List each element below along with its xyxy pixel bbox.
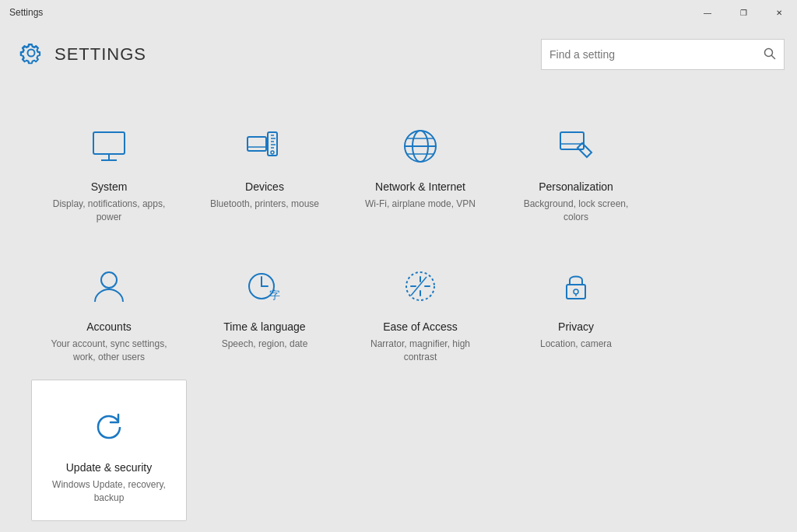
svg-point-27: [574, 289, 578, 294]
accounts-desc: Your account, sync settings, work, other…: [44, 338, 174, 364]
search-box[interactable]: [541, 39, 785, 70]
system-icon: [86, 123, 132, 170]
settings-item-ease[interactable]: Ease of Access Narrator, magnifier, high…: [342, 240, 498, 380]
ease-icon: [397, 263, 444, 310]
settings-item-network[interactable]: Network & Internet Wi-Fi, airplane mode,…: [342, 100, 498, 240]
svg-text:字: 字: [269, 289, 280, 301]
update-desc: Windows Update, recovery, backup: [44, 478, 174, 505]
header-left: SETTINGS: [19, 40, 146, 68]
personalization-title: Personalization: [539, 180, 613, 193]
search-input[interactable]: [549, 48, 764, 61]
svg-rect-2: [93, 132, 125, 154]
personalization-icon: [553, 123, 599, 170]
svg-point-22: [101, 272, 117, 288]
title-bar-controls: — ❐ ✕: [690, 0, 797, 25]
personalization-desc: Background, lock screen, colors: [511, 198, 641, 224]
settings-main: System Display, notifications, apps, pow…: [0, 84, 797, 532]
settings-item-time[interactable]: 字 Time & language Speech, region, date: [187, 240, 342, 380]
close-button[interactable]: ✕: [761, 0, 797, 25]
network-icon: [397, 123, 444, 170]
title-bar: Settings — ❐ ✕: [0, 0, 797, 25]
search-icon: [764, 47, 776, 62]
ease-title: Ease of Access: [383, 320, 458, 333]
title-bar-title: Settings: [9, 7, 43, 18]
settings-item-personalization[interactable]: Personalization Background, lock screen,…: [498, 100, 654, 240]
maximize-button[interactable]: ❐: [725, 0, 761, 25]
title-bar-left: Settings: [9, 7, 43, 18]
ease-desc: Narrator, magnifier, high contrast: [355, 338, 486, 364]
settings-item-accounts[interactable]: Accounts Your account, sync settings, wo…: [31, 240, 187, 380]
system-title: System: [91, 180, 128, 193]
svg-line-1: [772, 55, 775, 58]
update-title: Update & security: [66, 461, 153, 474]
privacy-title: Privacy: [558, 320, 594, 333]
devices-icon: [241, 123, 288, 170]
accounts-title: Accounts: [86, 320, 132, 333]
system-desc: Display, notifications, apps, power: [44, 198, 174, 224]
privacy-icon: [553, 263, 599, 310]
devices-title: Devices: [245, 180, 284, 193]
update-icon: [86, 404, 132, 450]
svg-point-13: [271, 151, 274, 154]
privacy-desc: Location, camera: [540, 338, 612, 351]
minimize-button[interactable]: —: [690, 0, 725, 25]
page-title: SETTINGS: [54, 44, 146, 65]
time-title: Time & language: [223, 320, 305, 333]
accounts-icon: [86, 263, 132, 310]
settings-grid: System Display, notifications, apps, pow…: [31, 100, 766, 521]
header: SETTINGS: [0, 25, 797, 84]
settings-gear-icon: [19, 40, 44, 68]
devices-desc: Bluetooth, printers, mouse: [210, 198, 319, 211]
time-icon: 字: [241, 263, 288, 310]
settings-item-privacy[interactable]: Privacy Location, camera: [498, 240, 654, 380]
settings-item-devices[interactable]: Devices Bluetooth, printers, mouse: [187, 100, 342, 240]
settings-item-update[interactable]: Update & security Windows Update, recove…: [31, 380, 187, 521]
svg-rect-26: [567, 285, 585, 299]
time-desc: Speech, region, date: [222, 338, 308, 351]
svg-rect-19: [560, 132, 584, 149]
svg-rect-5: [248, 137, 266, 151]
settings-item-system[interactable]: System Display, notifications, apps, pow…: [31, 100, 187, 240]
network-title: Network & Internet: [375, 180, 465, 193]
network-desc: Wi-Fi, airplane mode, VPN: [365, 198, 476, 211]
